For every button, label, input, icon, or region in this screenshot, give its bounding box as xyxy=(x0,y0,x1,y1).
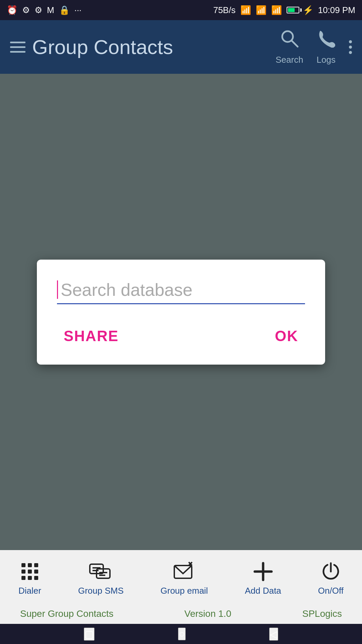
battery-fill xyxy=(288,8,295,12)
on-off-label: On/Off xyxy=(318,586,344,596)
dialog-input-container xyxy=(57,276,305,304)
dot-1 xyxy=(349,40,352,43)
status-bar: ⏰ ⚙ ⚙ M 🔒 ··· 75B/s 📶 📶 📶 ⚡ 10:09 PM xyxy=(0,0,362,20)
svg-line-1 xyxy=(292,41,298,47)
svg-rect-3 xyxy=(28,563,32,567)
signal1-icon: 📶 xyxy=(256,5,266,15)
recent-apps-button[interactable]: ▢ xyxy=(84,628,95,641)
svg-rect-9 xyxy=(28,576,32,580)
nav-on-off[interactable]: On/Off xyxy=(318,561,344,596)
system-nav-bar: ▢ ○ ◁ xyxy=(0,624,362,644)
svg-rect-4 xyxy=(34,563,38,567)
footer-right: SPLogics xyxy=(302,608,342,619)
status-bar-right: 75B/s 📶 📶 📶 ⚡ 10:09 PM xyxy=(213,5,355,15)
bottom-nav: Dialer Group SMS xyxy=(0,550,362,624)
svg-rect-10 xyxy=(34,576,38,580)
dialer-icon xyxy=(20,561,40,583)
share-button[interactable]: SHARE xyxy=(57,324,125,348)
group-sms-icon xyxy=(89,561,113,583)
back-button[interactable]: ◁ xyxy=(269,628,278,641)
search-database-input[interactable] xyxy=(61,276,305,303)
time-text: 10:09 PM xyxy=(318,5,355,15)
search-dialog: SHARE OK xyxy=(37,260,325,365)
footer-left: Super Group Contacts xyxy=(20,608,114,619)
add-data-label: Add Data xyxy=(245,586,281,596)
add-data-icon xyxy=(253,561,273,583)
nav-group-sms[interactable]: Group SMS xyxy=(78,561,124,596)
battery-body xyxy=(287,7,299,13)
menu-line-3 xyxy=(10,51,25,53)
nav-add-data[interactable]: Add Data xyxy=(245,561,281,596)
app-bar-actions: Search Logs xyxy=(276,29,352,65)
group-email-icon xyxy=(173,561,196,583)
text-cursor xyxy=(57,280,58,299)
battery-indicator: ⚡ xyxy=(287,5,313,15)
app-title: Group Contacts xyxy=(32,36,269,59)
bottom-nav-items: Dialer Group SMS xyxy=(0,550,362,604)
svg-rect-2 xyxy=(21,563,25,567)
usb2-icon: ⚙ xyxy=(35,5,42,15)
dialog-buttons: SHARE OK xyxy=(57,324,305,348)
svg-rect-6 xyxy=(28,570,32,574)
dot-3 xyxy=(349,51,352,54)
alarm-icon: ⏰ xyxy=(7,5,17,15)
gmail-icon: M xyxy=(47,5,54,15)
battery-tip xyxy=(300,8,302,12)
logs-action[interactable]: Logs xyxy=(317,29,336,65)
dot-2 xyxy=(349,46,352,49)
ok-button[interactable]: OK xyxy=(268,324,305,348)
more-options-button[interactable] xyxy=(349,40,352,54)
bottom-footer: Super Group Contacts Version 1.0 SPLogic… xyxy=(0,604,362,624)
logs-label: Logs xyxy=(317,55,336,65)
search-icon xyxy=(280,29,299,52)
svg-rect-5 xyxy=(21,570,25,574)
menu-line-2 xyxy=(10,46,25,48)
status-bar-left: ⏰ ⚙ ⚙ M 🔒 ··· xyxy=(7,5,81,15)
vpn-icon: 🔒 xyxy=(59,5,70,15)
group-email-label: Group email xyxy=(161,586,208,596)
nav-group-email[interactable]: Group email xyxy=(161,561,208,596)
phone-icon xyxy=(317,29,335,52)
more-icon: ··· xyxy=(74,5,82,15)
signal2-icon: 📶 xyxy=(271,5,282,15)
speed-text: 75B/s xyxy=(213,5,236,15)
dialer-label: Dialer xyxy=(18,586,41,596)
on-off-icon xyxy=(321,561,341,583)
home-button[interactable]: ○ xyxy=(178,628,185,640)
nav-dialer[interactable]: Dialer xyxy=(18,561,41,596)
svg-rect-8 xyxy=(21,576,25,580)
search-label: Search xyxy=(276,55,303,65)
app-bar: Group Contacts Search Logs xyxy=(0,20,362,74)
search-action[interactable]: Search xyxy=(276,29,303,65)
battery-level: ⚡ xyxy=(303,5,313,15)
group-sms-label: Group SMS xyxy=(78,586,124,596)
usb-icon: ⚙ xyxy=(22,5,30,15)
svg-rect-7 xyxy=(34,570,38,574)
footer-center: Version 1.0 xyxy=(184,608,231,619)
menu-line-1 xyxy=(10,42,25,43)
menu-button[interactable] xyxy=(10,42,25,53)
dialog-overlay: SHARE OK xyxy=(0,74,362,550)
wifi-icon: 📶 xyxy=(240,5,251,15)
